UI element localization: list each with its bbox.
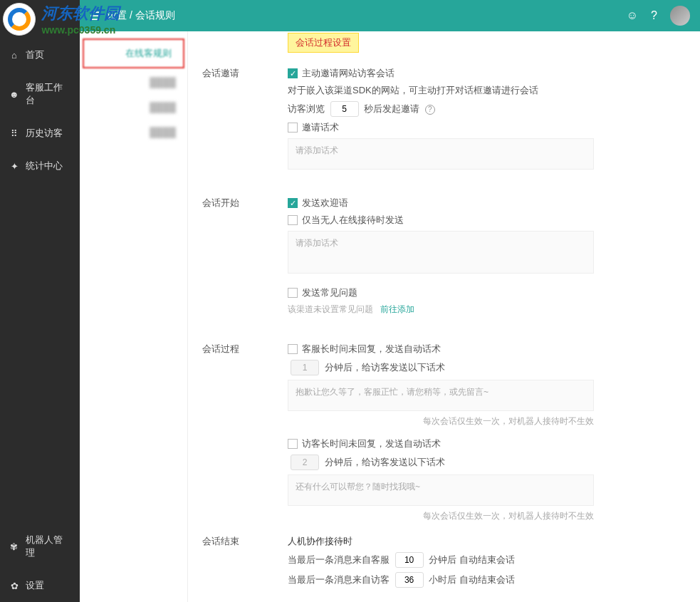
visitor-noreply-minutes-input[interactable] xyxy=(291,455,319,470)
sidebar-item-label: 机器人管理 xyxy=(26,534,71,559)
checkbox-offline-only[interactable] xyxy=(288,215,298,225)
sidebar-item-label: 历史访客 xyxy=(26,127,63,140)
visitor-noreply-textarea[interactable]: 还有什么可以帮您？随时找我哦~ xyxy=(288,474,594,506)
section-end: 会话结束 人机协作接待时 当最后一条消息来自客服 分钟后 自动结束会话 当最后一… xyxy=(288,535,686,602)
checkbox-label: 客服长时间未回复，发送自动话术 xyxy=(302,343,441,356)
help-icon[interactable]: ? xyxy=(651,9,657,22)
faq-hint: 该渠道未设置常见问题 xyxy=(288,304,373,314)
sidebar-item-robot[interactable]: ✾ 机器人管理 xyxy=(0,524,80,569)
sidebar-item-settings[interactable]: ✿ 设置 xyxy=(0,569,80,602)
browse-prefix: 访客浏览 xyxy=(288,103,325,114)
minutes-suffix: 分钟后，给访客发送以下话术 xyxy=(325,362,445,373)
sidebar: ⌂ 首页 ☻ 客服工作台 ⠿ 历史访客 ✦ 统计中心 ✾ 机器人管理 ✿ 设置 xyxy=(0,0,80,602)
checkbox-label: 邀请话术 xyxy=(302,121,339,134)
sidebar-item-agent[interactable]: ☻ 客服工作台 xyxy=(0,71,80,117)
hamburger-icon[interactable]: ☰ xyxy=(90,9,100,23)
sidebar-item-history[interactable]: ⠿ 历史访客 xyxy=(0,117,80,150)
agent-noreply-textarea[interactable]: 抱歉让您久等了，客服正忙，请您稍等，或先留言~ xyxy=(288,380,594,411)
end-l1-suf: 分钟后 自动结束会话 xyxy=(429,554,515,565)
subnav: 在线客规则 ████ ████ ████ xyxy=(80,31,188,602)
sidebar-item-stats[interactable]: ✦ 统计中心 xyxy=(0,150,80,182)
section-title: 会话过程 xyxy=(202,343,273,356)
invite-script-textarea[interactable]: 请添加话术 xyxy=(288,138,594,170)
subnav-item[interactable]: ████ xyxy=(80,95,187,120)
checkbox-welcome[interactable] xyxy=(288,198,298,208)
section-title: 会话结束 xyxy=(202,535,273,548)
sidebar-item-label: 首页 xyxy=(26,48,44,61)
sidebar-item-label: 设置 xyxy=(26,579,44,592)
history-icon: ⠿ xyxy=(9,128,20,139)
checkbox-label: 发送欢迎语 xyxy=(302,197,348,209)
agent-icon: ☻ xyxy=(9,88,20,100)
end-sub1: 人机协作接待时 xyxy=(288,535,686,548)
browse-suffix: 秒后发起邀请 xyxy=(364,103,419,114)
checkbox-invite-active[interactable] xyxy=(288,68,298,78)
checkbox-agent-noreply[interactable] xyxy=(288,344,298,354)
avatar[interactable] xyxy=(670,6,690,26)
process-note: 每次会话仅生效一次，对机器人接待时不生效 xyxy=(288,510,594,522)
sidebar-item-label: 统计中心 xyxy=(26,160,63,172)
checkbox-faq[interactable] xyxy=(288,288,298,298)
section-title: 会话开始 xyxy=(202,197,273,209)
checkbox-label: 访客长时间未回复，发送自动话术 xyxy=(302,437,441,450)
welcome-textarea[interactable]: 请添加话术 xyxy=(288,231,594,274)
minutes-suffix: 分钟后，给访客发送以下话术 xyxy=(325,457,445,467)
robot-icon: ✾ xyxy=(9,541,20,552)
stats-icon: ✦ xyxy=(9,160,20,172)
sidebar-item-label: 客服工作台 xyxy=(26,81,71,107)
section-invite: 会话邀请 主动邀请网站访客会话 对于嵌入该渠道SDK的网站，可主动打开对话框邀请… xyxy=(288,67,686,170)
subnav-item[interactable]: ████ xyxy=(80,70,187,95)
section-process: 会话过程 客服长时间未回复，发送自动话术 分钟后，给访客发送以下话术 抱歉让您久… xyxy=(288,343,686,522)
support-icon[interactable]: ☺ xyxy=(627,9,638,22)
checkbox-label: 主动邀请网站访客会话 xyxy=(302,67,395,80)
agent-noreply-minutes-input[interactable] xyxy=(291,360,319,375)
faq-add-link[interactable]: 前往添加 xyxy=(380,304,414,314)
invite-desc: 对于嵌入该渠道SDK的网站，可主动打开对话框邀请进行会话 xyxy=(288,84,686,97)
checkbox-label: 发送常见问题 xyxy=(302,286,357,299)
sidebar-item-home[interactable]: ⌂ 首页 xyxy=(0,38,80,71)
section-title: 会话邀请 xyxy=(202,67,273,80)
section-start: 会话开始 发送欢迎语 仅当无人在线接待时发送 请添加话术 发送常见问题 该渠道未… xyxy=(288,197,686,316)
checkbox-label: 仅当无人在线接待时发送 xyxy=(302,214,404,227)
subnav-item-highlighted[interactable]: 在线客规则 xyxy=(83,38,184,68)
subnav-item[interactable]: ████ xyxy=(80,120,187,145)
section-banner: 会话过程设置 xyxy=(288,33,359,53)
process-note: 每次会话仅生效一次，对机器人接待时不生效 xyxy=(288,415,594,427)
gear-icon: ✿ xyxy=(9,580,20,591)
browse-seconds-input[interactable] xyxy=(330,101,359,117)
home-icon: ⌂ xyxy=(9,49,20,61)
end-l1-pre: 当最后一条消息来自客服 xyxy=(288,554,390,565)
checkbox-visitor-noreply[interactable] xyxy=(288,439,298,449)
breadcrumb: 设置 / 会话规则 xyxy=(107,9,175,22)
checkbox-invite-script[interactable] xyxy=(288,123,298,133)
end-agent-minutes-input[interactable] xyxy=(395,552,424,568)
end-l2-pre: 当最后一条消息来自访客 xyxy=(288,574,390,585)
end-visitor-hours-input[interactable] xyxy=(395,572,424,588)
help-tooltip-icon[interactable]: ? xyxy=(425,105,435,115)
end-l2-suf: 小时后 自动结束会话 xyxy=(429,574,515,585)
header: ☰ 设置 / 会话规则 ☺ ? xyxy=(80,0,700,31)
main-content: 会话邀请 主动邀请网站访客会话 对于嵌入该渠道SDK的网站，可主动打开对话框邀请… xyxy=(188,31,700,602)
